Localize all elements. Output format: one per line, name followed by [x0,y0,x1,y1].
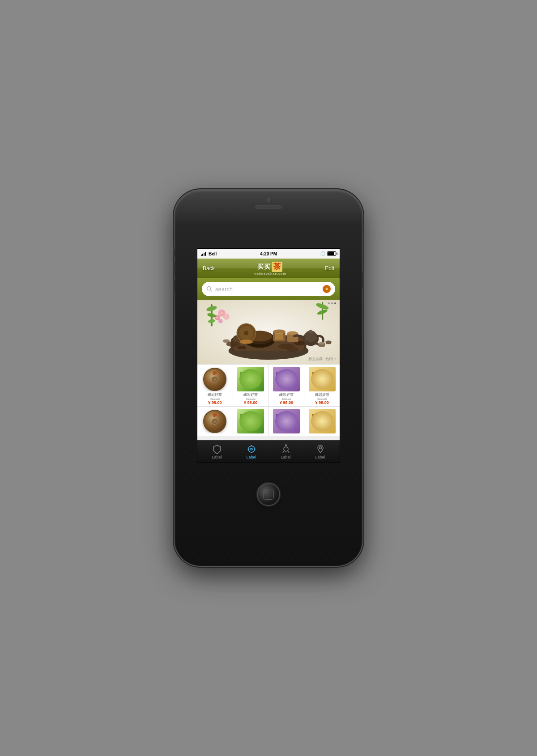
product-item-6[interactable] [233,407,268,436]
status-bar: Bell 4:20 PM 🕐 [197,249,340,259]
tab-cart[interactable]: Label [268,442,303,461]
banner-tag2: 热销中 [325,357,336,361]
svg-point-14 [287,347,299,352]
tab-home[interactable]: Label [200,442,234,461]
shield-icon [212,444,222,454]
power-button[interactable] [362,271,364,289]
product-image-7 [273,409,300,433]
svg-point-49 [248,446,255,452]
navigation-bar: Back 买买 茶 maimaochae.com Edit [197,259,340,278]
joystick-icon [281,444,291,454]
search-clear-button[interactable]: × [323,285,331,293]
price-old-4: ¥99.00 [317,397,327,400]
product-price-1: ¥99.00 ¥ 98.00 [208,397,222,405]
pin-icon [315,444,325,454]
phone-bottom-bezel [175,463,362,526]
product-price-4: ¥99.00 ¥ 98.00 [315,397,329,405]
product-image-5: 拼 [201,409,228,433]
back-button[interactable]: Back [203,265,215,272]
title-tea: 茶 [272,262,282,272]
svg-point-13 [223,339,230,343]
front-camera [267,198,270,202]
dot-1 [328,302,330,304]
svg-point-46 [244,331,248,336]
puer-label-2: 拼 [213,413,217,418]
search-bar: search × [197,278,340,300]
price-old-3: ¥99.00 [281,397,291,400]
tab-search[interactable]: Label [234,442,268,461]
banner[interactable]: 新品推荐 热销中 [197,300,340,365]
svg-point-32 [218,319,223,323]
puer-label: 拼 [213,371,217,376]
price-new-2: ¥ 98.00 [244,400,257,405]
product-price-2: ¥99.00 ¥ 98.00 [244,397,257,405]
tab-search-label: Label [246,455,256,459]
tab-location-label: Label [315,455,325,459]
svg-rect-48 [242,340,251,343]
clock-icon: 🕐 [320,251,325,256]
status-right: 🕐 [320,251,336,256]
status-left: Bell [201,251,217,256]
product-image-3 [273,367,300,391]
price-new-1: ¥ 98.00 [208,400,222,405]
svg-point-19 [287,331,298,335]
product-image-4 [309,367,336,391]
home-button[interactable] [257,483,280,506]
banner-content: 新品推荐 热销中 [197,300,340,364]
svg-rect-17 [275,333,283,340]
svg-point-26 [319,342,325,344]
search-placeholder: search [215,286,320,292]
products-grid: 拼 峨岩好茶 ¥99.00 ¥ 98.00 [197,365,340,436]
tab-bar: Label Label [197,440,340,463]
price-old-2: ¥99.00 [246,397,255,400]
time-label: 4:20 PM [260,251,277,256]
tea-scene: 新品推荐 热销中 [197,300,340,364]
product-price-3: ¥99.00 ¥ 98.00 [280,397,293,405]
svg-point-55 [284,447,288,451]
phone-mockup: Bell 4:20 PM 🕐 Back 买买 茶 [175,190,362,566]
product-item-8[interactable] [304,407,340,436]
product-item-5[interactable]: 拼 [197,407,233,436]
dot-3 [334,302,336,304]
home-button-icon [263,489,274,500]
svg-point-34 [217,317,218,319]
product-item-2[interactable]: 峨岩好茶 ¥99.00 ¥ 98.00 [233,365,268,406]
volume-up-button[interactable] [173,262,175,275]
product-item-7[interactable] [269,407,304,436]
volume-down-button[interactable] [173,280,175,293]
earpiece-speaker [255,205,282,209]
svg-rect-28 [326,341,331,344]
product-item-1[interactable]: 拼 峨岩好茶 ¥99.00 ¥ 98.00 [197,365,233,406]
product-item-4[interactable]: 峨岩好茶 ¥99.00 ¥ 98.00 [304,365,340,406]
price-new-3: ¥ 98.00 [280,400,293,405]
edit-button[interactable]: Edit [325,265,334,272]
svg-point-35 [226,316,227,318]
svg-line-58 [283,451,284,453]
product-name-4: 峨岩好茶 [315,393,329,397]
price-old-1: ¥99.00 [210,397,220,400]
tab-location[interactable]: Label [303,442,337,461]
svg-point-23 [309,330,312,333]
svg-point-57 [285,444,286,446]
title-text: 买买 [257,263,271,271]
search-input-wrap[interactable]: search × [202,282,335,296]
carrier-label: Bell [209,251,217,256]
svg-point-33 [221,312,223,314]
product-name-3: 峨岩好茶 [279,393,294,397]
svg-point-60 [319,446,321,449]
search-icon [206,286,213,292]
silent-button[interactable] [173,248,175,256]
products-section: 拼 峨岩好茶 ¥99.00 ¥ 98.00 [197,365,340,440]
banner-tag1: 新品推荐 [308,357,323,361]
dot-2 [331,302,333,304]
product-image-1: 拼 [201,367,228,391]
banner-dots [328,302,336,304]
product-image-2 [237,367,264,391]
phone-top-bezel [175,190,362,248]
signal-icon [201,251,206,256]
nav-subtitle: maimaochae.com [254,272,286,275]
crosshair-icon [247,444,256,454]
tab-cart-label: Label [281,455,290,459]
product-item-3[interactable]: 峨岩好茶 ¥99.00 ¥ 98.00 [269,365,304,406]
svg-point-10 [237,346,246,349]
